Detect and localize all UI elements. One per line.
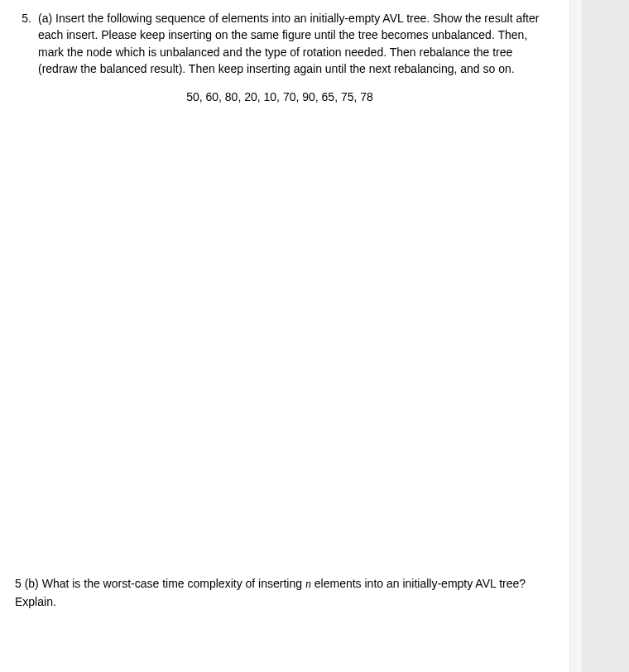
part-a-text: (a) Insert the following sequence of ele… <box>38 10 555 77</box>
part-b-text-before: What is the worst-case time complexity o… <box>42 577 305 590</box>
variable-n: n <box>305 578 311 590</box>
workspace-blank <box>15 112 555 575</box>
question-body: (a) Insert the following sequence of ele… <box>38 10 555 105</box>
question-5a: 5. (a) Insert the following sequence of … <box>15 10 555 105</box>
part-a-label: (a) <box>38 12 52 25</box>
part-a-body: Insert the following sequence of element… <box>38 12 539 75</box>
part-b-label: 5 (b) <box>15 577 39 590</box>
page-content: 5. (a) Insert the following sequence of … <box>0 0 569 672</box>
sequence-values: 50, 60, 80, 20, 10, 70, 90, 65, 75, 78 <box>5 89 555 105</box>
scrollbar-track[interactable] <box>569 0 583 672</box>
question-5b: 5 (b) What is the worst-case time comple… <box>15 575 555 610</box>
